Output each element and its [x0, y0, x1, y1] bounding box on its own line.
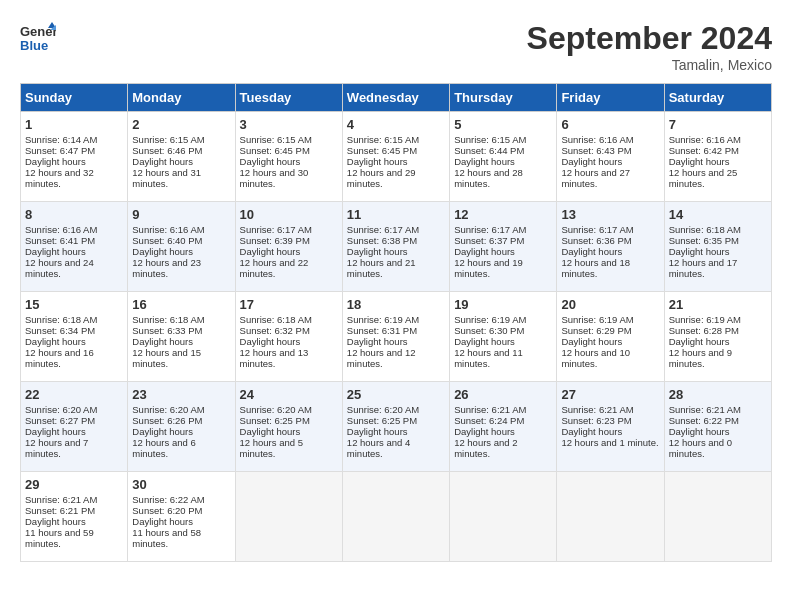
calendar-cell: 12Sunrise: 6:17 AMSunset: 6:37 PMDayligh… [450, 202, 557, 292]
day-info: Sunrise: 6:21 AMSunset: 6:24 PMDaylight … [454, 404, 526, 459]
day-info: Sunrise: 6:15 AMSunset: 6:46 PMDaylight … [132, 134, 204, 189]
calendar-cell: 20Sunrise: 6:19 AMSunset: 6:29 PMDayligh… [557, 292, 664, 382]
calendar-cell: 1Sunrise: 6:14 AMSunset: 6:47 PMDaylight… [21, 112, 128, 202]
day-number: 22 [25, 387, 123, 402]
day-number: 5 [454, 117, 552, 132]
header-wednesday: Wednesday [342, 84, 449, 112]
calendar-cell: 14Sunrise: 6:18 AMSunset: 6:35 PMDayligh… [664, 202, 771, 292]
calendar-cell [664, 472, 771, 562]
calendar-cell: 21Sunrise: 6:19 AMSunset: 6:28 PMDayligh… [664, 292, 771, 382]
day-info: Sunrise: 6:14 AMSunset: 6:47 PMDaylight … [25, 134, 97, 189]
day-number: 10 [240, 207, 338, 222]
calendar-cell: 4Sunrise: 6:15 AMSunset: 6:45 PMDaylight… [342, 112, 449, 202]
day-info: Sunrise: 6:16 AMSunset: 6:42 PMDaylight … [669, 134, 741, 189]
calendar-cell: 5Sunrise: 6:15 AMSunset: 6:44 PMDaylight… [450, 112, 557, 202]
calendar-week-row: 29Sunrise: 6:21 AMSunset: 6:21 PMDayligh… [21, 472, 772, 562]
calendar-cell [235, 472, 342, 562]
day-info: Sunrise: 6:19 AMSunset: 6:28 PMDaylight … [669, 314, 741, 369]
calendar-cell: 16Sunrise: 6:18 AMSunset: 6:33 PMDayligh… [128, 292, 235, 382]
day-info: Sunrise: 6:15 AMSunset: 6:44 PMDaylight … [454, 134, 526, 189]
day-info: Sunrise: 6:21 AMSunset: 6:23 PMDaylight … [561, 404, 658, 448]
calendar-cell: 10Sunrise: 6:17 AMSunset: 6:39 PMDayligh… [235, 202, 342, 292]
day-number: 8 [25, 207, 123, 222]
calendar-cell: 26Sunrise: 6:21 AMSunset: 6:24 PMDayligh… [450, 382, 557, 472]
header-monday: Monday [128, 84, 235, 112]
day-info: Sunrise: 6:19 AMSunset: 6:31 PMDaylight … [347, 314, 419, 369]
location: Tamalin, Mexico [527, 57, 772, 73]
title-block: September 2024 Tamalin, Mexico [527, 20, 772, 73]
day-number: 13 [561, 207, 659, 222]
header-sunday: Sunday [21, 84, 128, 112]
day-info: Sunrise: 6:20 AMSunset: 6:26 PMDaylight … [132, 404, 204, 459]
day-number: 12 [454, 207, 552, 222]
day-number: 2 [132, 117, 230, 132]
day-info: Sunrise: 6:15 AMSunset: 6:45 PMDaylight … [240, 134, 312, 189]
day-number: 3 [240, 117, 338, 132]
day-info: Sunrise: 6:18 AMSunset: 6:32 PMDaylight … [240, 314, 312, 369]
day-number: 14 [669, 207, 767, 222]
day-number: 16 [132, 297, 230, 312]
day-info: Sunrise: 6:20 AMSunset: 6:27 PMDaylight … [25, 404, 97, 459]
day-info: Sunrise: 6:21 AMSunset: 6:21 PMDaylight … [25, 494, 97, 549]
day-number: 23 [132, 387, 230, 402]
calendar-cell [342, 472, 449, 562]
header-friday: Friday [557, 84, 664, 112]
day-number: 27 [561, 387, 659, 402]
calendar-cell [450, 472, 557, 562]
day-number: 4 [347, 117, 445, 132]
calendar-week-row: 8Sunrise: 6:16 AMSunset: 6:41 PMDaylight… [21, 202, 772, 292]
day-number: 20 [561, 297, 659, 312]
calendar-table: Sunday Monday Tuesday Wednesday Thursday… [20, 83, 772, 562]
day-info: Sunrise: 6:16 AMSunset: 6:40 PMDaylight … [132, 224, 204, 279]
day-number: 7 [669, 117, 767, 132]
day-number: 9 [132, 207, 230, 222]
day-info: Sunrise: 6:21 AMSunset: 6:22 PMDaylight … [669, 404, 741, 459]
page-header: General Blue September 2024 Tamalin, Mex… [20, 20, 772, 73]
calendar-cell: 7Sunrise: 6:16 AMSunset: 6:42 PMDaylight… [664, 112, 771, 202]
day-number: 30 [132, 477, 230, 492]
header-thursday: Thursday [450, 84, 557, 112]
calendar-cell: 27Sunrise: 6:21 AMSunset: 6:23 PMDayligh… [557, 382, 664, 472]
day-number: 6 [561, 117, 659, 132]
calendar-cell: 8Sunrise: 6:16 AMSunset: 6:41 PMDaylight… [21, 202, 128, 292]
day-info: Sunrise: 6:20 AMSunset: 6:25 PMDaylight … [240, 404, 312, 459]
calendar-cell: 30Sunrise: 6:22 AMSunset: 6:20 PMDayligh… [128, 472, 235, 562]
day-info: Sunrise: 6:16 AMSunset: 6:41 PMDaylight … [25, 224, 97, 279]
day-number: 19 [454, 297, 552, 312]
calendar-cell: 3Sunrise: 6:15 AMSunset: 6:45 PMDaylight… [235, 112, 342, 202]
calendar-cell: 17Sunrise: 6:18 AMSunset: 6:32 PMDayligh… [235, 292, 342, 382]
logo-icon: General Blue [20, 20, 56, 56]
day-info: Sunrise: 6:17 AMSunset: 6:38 PMDaylight … [347, 224, 419, 279]
calendar-cell: 22Sunrise: 6:20 AMSunset: 6:27 PMDayligh… [21, 382, 128, 472]
day-info: Sunrise: 6:22 AMSunset: 6:20 PMDaylight … [132, 494, 204, 549]
day-info: Sunrise: 6:17 AMSunset: 6:39 PMDaylight … [240, 224, 312, 279]
calendar-week-row: 22Sunrise: 6:20 AMSunset: 6:27 PMDayligh… [21, 382, 772, 472]
day-info: Sunrise: 6:19 AMSunset: 6:30 PMDaylight … [454, 314, 526, 369]
calendar-cell: 9Sunrise: 6:16 AMSunset: 6:40 PMDaylight… [128, 202, 235, 292]
calendar-cell: 23Sunrise: 6:20 AMSunset: 6:26 PMDayligh… [128, 382, 235, 472]
day-info: Sunrise: 6:18 AMSunset: 6:33 PMDaylight … [132, 314, 204, 369]
day-info: Sunrise: 6:18 AMSunset: 6:34 PMDaylight … [25, 314, 97, 369]
calendar-week-row: 1Sunrise: 6:14 AMSunset: 6:47 PMDaylight… [21, 112, 772, 202]
day-number: 21 [669, 297, 767, 312]
day-info: Sunrise: 6:17 AMSunset: 6:36 PMDaylight … [561, 224, 633, 279]
calendar-cell: 6Sunrise: 6:16 AMSunset: 6:43 PMDaylight… [557, 112, 664, 202]
day-number: 25 [347, 387, 445, 402]
logo: General Blue [20, 20, 56, 56]
day-number: 15 [25, 297, 123, 312]
day-number: 26 [454, 387, 552, 402]
day-number: 1 [25, 117, 123, 132]
day-number: 17 [240, 297, 338, 312]
day-number: 24 [240, 387, 338, 402]
month-title: September 2024 [527, 20, 772, 57]
calendar-cell: 11Sunrise: 6:17 AMSunset: 6:38 PMDayligh… [342, 202, 449, 292]
calendar-cell: 24Sunrise: 6:20 AMSunset: 6:25 PMDayligh… [235, 382, 342, 472]
day-number: 29 [25, 477, 123, 492]
calendar-cell [557, 472, 664, 562]
day-info: Sunrise: 6:20 AMSunset: 6:25 PMDaylight … [347, 404, 419, 459]
calendar-cell: 15Sunrise: 6:18 AMSunset: 6:34 PMDayligh… [21, 292, 128, 382]
calendar-cell: 19Sunrise: 6:19 AMSunset: 6:30 PMDayligh… [450, 292, 557, 382]
day-info: Sunrise: 6:16 AMSunset: 6:43 PMDaylight … [561, 134, 633, 189]
day-number: 18 [347, 297, 445, 312]
calendar-cell: 2Sunrise: 6:15 AMSunset: 6:46 PMDaylight… [128, 112, 235, 202]
